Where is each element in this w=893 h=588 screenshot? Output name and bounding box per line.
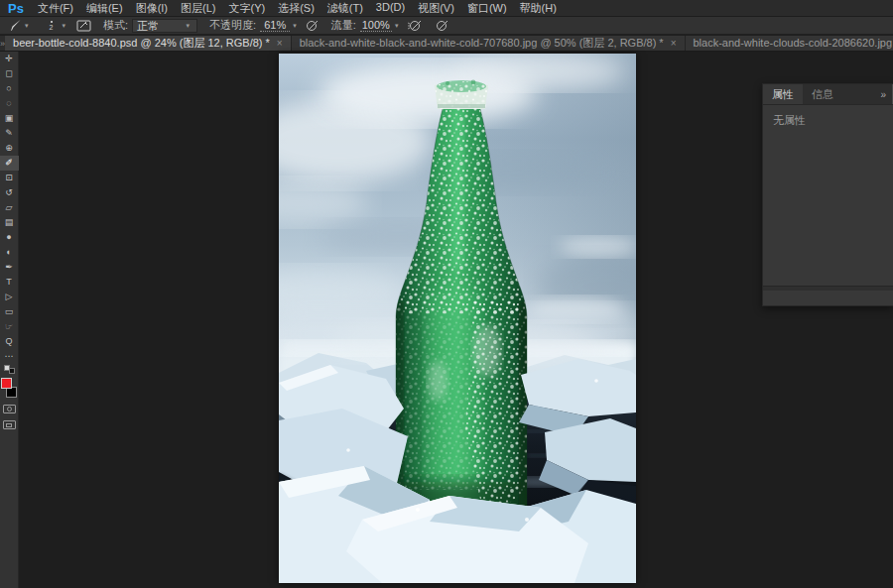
document-tab-3[interactable]: black-and-white-clouds-cold-2086620.jpg … bbox=[686, 36, 893, 51]
flow-value[interactable]: 100% bbox=[360, 19, 392, 32]
properties-panel-footer bbox=[763, 286, 893, 291]
default-colors-icon[interactable] bbox=[4, 365, 15, 374]
tool-history-brush[interactable]: ↺ bbox=[0, 185, 19, 200]
photoshop-window: Ps 文件(F)编辑(E)图像(I)图层(L)文字(Y)选择(S)滤镜(T)3D… bbox=[0, 0, 893, 588]
opacity-value[interactable]: 61% bbox=[260, 19, 290, 32]
brush-tool-icon[interactable] bbox=[8, 18, 22, 34]
menu-select[interactable]: 选择(S) bbox=[278, 1, 315, 16]
menu-image[interactable]: 图像(I) bbox=[136, 1, 168, 16]
panel-tab-properties[interactable]: 属性 bbox=[763, 84, 803, 104]
tool-gradient[interactable]: ▤ bbox=[0, 215, 19, 230]
tool-crop[interactable]: ▣ bbox=[0, 111, 19, 126]
tool-icon: ⊕ bbox=[5, 144, 13, 153]
document-tabbar: » beer-bottle-cold-8840.psd @ 24% (图层 12… bbox=[0, 36, 893, 52]
tool-eyedropper[interactable]: ✎ bbox=[0, 126, 19, 141]
tool-zoom[interactable]: Q bbox=[0, 334, 19, 349]
brush-tip-dot bbox=[51, 21, 53, 23]
tool-dodge[interactable]: ◐ bbox=[0, 245, 19, 260]
quick-mask-button[interactable] bbox=[3, 405, 16, 413]
tool-list: ✛ ◻ ○ ◌ ▣ ✎ bbox=[0, 52, 19, 349]
tool-icon: ○ bbox=[6, 84, 11, 93]
tool-quick-select[interactable]: ◌ bbox=[0, 96, 19, 111]
chevron-down-icon[interactable]: ▾ bbox=[25, 22, 29, 30]
opacity-pressure-icon[interactable] bbox=[306, 18, 319, 34]
no-properties-text: 无属性 bbox=[773, 114, 806, 126]
tool-icon: ◌ bbox=[6, 99, 11, 108]
tool-move[interactable]: ✛ bbox=[0, 52, 19, 66]
tool-spot-healing[interactable]: ⊕ bbox=[0, 141, 19, 156]
tool-icon: ✒ bbox=[5, 263, 13, 272]
toggle-brush-panel-icon[interactable] bbox=[76, 18, 91, 34]
menu-3d[interactable]: 3D(D) bbox=[376, 1, 405, 16]
photoshop-logo: Ps bbox=[8, 1, 24, 16]
quick-mask-circle bbox=[7, 407, 12, 412]
tool-marquee[interactable]: ◻ bbox=[0, 66, 19, 81]
menu-edit[interactable]: 编辑(E) bbox=[86, 1, 123, 16]
menu-file[interactable]: 文件(F) bbox=[38, 1, 73, 16]
tool-brush[interactable]: ✐ bbox=[0, 156, 19, 171]
bottle-cap bbox=[435, 80, 488, 109]
screen-mode-rect bbox=[6, 423, 12, 427]
tool-shape[interactable]: ▭ bbox=[0, 304, 19, 319]
chevron-down-icon[interactable]: ▾ bbox=[293, 22, 297, 30]
tool-icon: ▱ bbox=[6, 203, 13, 212]
tool-icon: ▭ bbox=[5, 307, 14, 316]
tab-title: black-and-white-black-and-white-cold-707… bbox=[300, 36, 664, 51]
tool-icon: ◻ bbox=[5, 69, 12, 78]
tool-icon: ✎ bbox=[5, 129, 13, 138]
tool-icon: ● bbox=[6, 233, 11, 242]
close-icon[interactable]: × bbox=[277, 38, 283, 49]
menu-help[interactable]: 帮助(H) bbox=[520, 1, 557, 16]
chevron-down-icon[interactable]: ▾ bbox=[63, 22, 66, 30]
menu-type[interactable]: 文字(Y) bbox=[228, 1, 265, 16]
tab-title: black-and-white-clouds-cold-2086620.jpg … bbox=[694, 36, 893, 51]
tool-icon: ☞ bbox=[5, 322, 13, 331]
chevron-down-icon[interactable]: ▾ bbox=[395, 22, 399, 30]
color-swatches bbox=[1, 378, 17, 398]
collapse-panel-icon[interactable]: » bbox=[874, 84, 893, 104]
tool-icon: Q bbox=[5, 337, 12, 346]
tool-eraser[interactable]: ▱ bbox=[0, 200, 19, 215]
brush-preset-picker[interactable]: 2 bbox=[44, 21, 60, 31]
menubar: Ps 文件(F)编辑(E)图像(I)图层(L)文字(Y)选择(S)滤镜(T)3D… bbox=[0, 0, 893, 17]
tool-icon: ▣ bbox=[5, 114, 14, 123]
menu-layer[interactable]: 图层(L) bbox=[181, 1, 215, 16]
document-tab-2[interactable]: black-and-white-black-and-white-cold-707… bbox=[292, 36, 686, 51]
properties-content: 无属性 bbox=[763, 105, 893, 286]
tools-panel: ✛ ◻ ○ ◌ ▣ ✎ bbox=[0, 52, 19, 588]
default-foreground-chip bbox=[4, 365, 10, 371]
foreground-color-swatch[interactable] bbox=[1, 378, 12, 389]
tool-clone-stamp[interactable]: ⊡ bbox=[0, 171, 19, 185]
edit-toolbar-icon[interactable]: ⋯ bbox=[5, 349, 14, 362]
tool-icon: ▤ bbox=[5, 218, 14, 227]
tool-path-select[interactable]: ▷ bbox=[0, 290, 19, 304]
panel-tab-info[interactable]: 信息 bbox=[803, 84, 842, 104]
beer-bottle-composite bbox=[279, 54, 636, 583]
tool-blur[interactable]: ● bbox=[0, 230, 19, 245]
menu-window[interactable]: 窗口(W) bbox=[467, 1, 507, 16]
tool-hand[interactable]: ☞ bbox=[0, 319, 19, 334]
flow-label: 流量: bbox=[331, 18, 356, 33]
menu-view[interactable]: 视图(V) bbox=[418, 1, 454, 16]
tool-icon: ⊡ bbox=[5, 174, 13, 182]
brush-size-value: 2 bbox=[50, 24, 54, 31]
options-bar: ▾ 2 ▾ 模式: 正常 ▾ 不透明度: 61% ▾ 流量: 100% ▾ bbox=[0, 17, 893, 35]
tool-lasso[interactable]: ○ bbox=[0, 81, 19, 96]
mode-select[interactable]: 正常 ▾ bbox=[132, 19, 197, 33]
tool-icon: T bbox=[6, 278, 12, 287]
tool-type[interactable]: T bbox=[0, 275, 19, 290]
document-tab-1[interactable]: beer-bottle-cold-8840.psd @ 24% (图层 12, … bbox=[5, 36, 292, 51]
panel-tabs: 属性信息 bbox=[763, 84, 842, 104]
properties-panel: 属性信息 » 无属性 bbox=[762, 83, 893, 306]
close-icon[interactable]: × bbox=[671, 38, 677, 49]
tool-icon: ↺ bbox=[5, 188, 13, 197]
tool-pen[interactable]: ✒ bbox=[0, 260, 19, 275]
menu-filter[interactable]: 滤镜(T) bbox=[327, 1, 363, 16]
airbrush-icon[interactable] bbox=[407, 18, 422, 34]
brush-pressure-icon[interactable] bbox=[436, 18, 449, 34]
document-image[interactable] bbox=[279, 54, 636, 583]
document-tabs: beer-bottle-cold-8840.psd @ 24% (图层 12, … bbox=[5, 36, 893, 51]
tool-icon: ✛ bbox=[5, 55, 13, 63]
menubar-items: 文件(F)编辑(E)图像(I)图层(L)文字(Y)选择(S)滤镜(T)3D(D)… bbox=[38, 1, 570, 16]
screen-mode-button[interactable] bbox=[3, 420, 16, 429]
